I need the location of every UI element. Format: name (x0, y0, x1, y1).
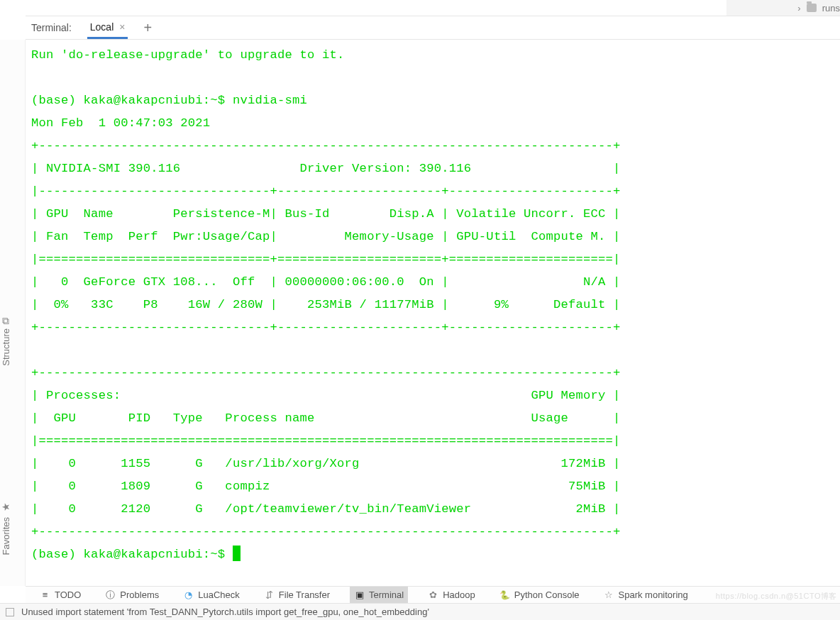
terminal-panel-label: Terminal: (31, 22, 72, 33)
list-icon (40, 589, 50, 600)
star-icon: ★ (0, 502, 11, 513)
folder-icon (807, 4, 817, 12)
python-icon (499, 589, 510, 600)
tab-luacheck[interactable]: LuaCheck (179, 587, 244, 603)
checkbox-icon[interactable] (6, 608, 14, 616)
watermark-text: https://blog.csdn.n@51CTO博客 (716, 591, 837, 602)
sidebar-tab-favorites[interactable]: Favorites ★ (0, 502, 11, 555)
sidebar-favorites-label: Favorites (1, 517, 11, 555)
left-tool-rail: Structure ⧉ Favorites ★ (0, 40, 26, 586)
project-breadcrumb: › runs (726, 0, 840, 16)
status-message: Unused import statement 'from Test_DANN_… (21, 607, 429, 617)
tab-python-console[interactable]: Python Console (495, 587, 584, 603)
terminal-panel-header: Terminal: Local × + (26, 16, 840, 40)
structure-icon: ⧉ (2, 315, 9, 326)
terminal-tab-local[interactable]: Local × (87, 16, 128, 39)
terminal-output-area[interactable]: Run 'do-release-upgrade' to upgrade to i… (26, 40, 840, 586)
tab-spark-monitoring[interactable]: Spark monitoring (599, 587, 692, 603)
sidebar-tab-structure[interactable]: Structure ⧉ (0, 317, 11, 366)
tab-todo[interactable]: TODO (35, 587, 85, 603)
chevron-right-icon: › (797, 3, 800, 13)
tab-hadoop[interactable]: Hadoop (424, 587, 480, 603)
sidebar-structure-label: Structure (1, 328, 11, 366)
add-terminal-tab-button[interactable]: + (143, 20, 152, 36)
folder-name[interactable]: runs (822, 3, 840, 13)
terminal-output-text: Run 'do-release-upgrade' to upgrade to i… (26, 40, 840, 570)
info-icon (105, 589, 116, 600)
spark-icon (604, 589, 614, 600)
tab-file-transfer[interactable]: File Transfer (260, 587, 334, 603)
hadoop-icon (428, 589, 438, 600)
terminal-tab-label: Local (90, 21, 114, 33)
lua-icon (183, 589, 194, 600)
terminal-cursor (233, 546, 241, 561)
status-bar: Unused import statement 'from Test_DANN_… (0, 603, 840, 620)
close-icon[interactable]: × (119, 21, 125, 33)
terminal-icon (354, 589, 365, 600)
transfer-icon (264, 589, 275, 600)
tab-problems[interactable]: Problems (101, 587, 163, 603)
tab-terminal[interactable]: Terminal (350, 587, 408, 603)
